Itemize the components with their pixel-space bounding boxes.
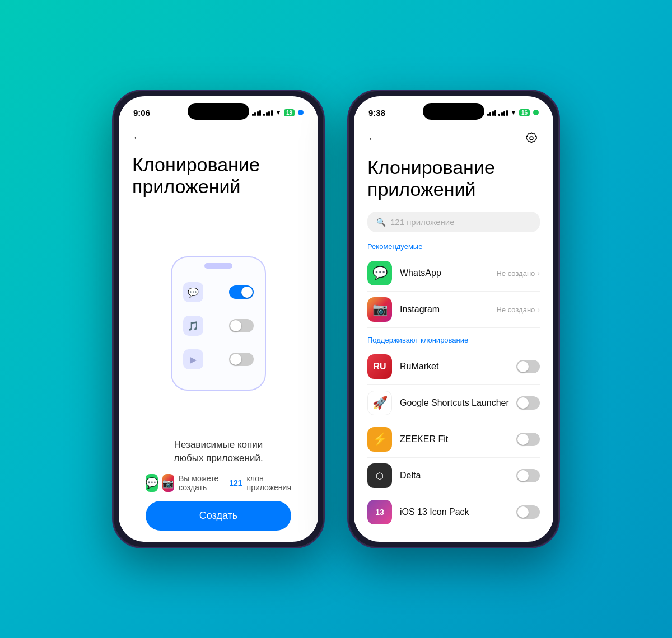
create-button[interactable]: Создать [146, 501, 291, 531]
rumarket-app-icon: RU [367, 354, 392, 379]
list-item-gsl[interactable]: 🚀 Google Shortcuts Launcher [367, 385, 540, 421]
left-phone: 9:06 ▼ 19 ← [112, 90, 325, 548]
whatsapp-app-icon: 💬 [367, 261, 392, 285]
subtitle-text: Независимые копиилюбых приложений. [146, 438, 291, 465]
bottom-instagram-icon: 📷 [162, 474, 174, 492]
signal2-right [498, 109, 508, 116]
whatsapp-app-name: WhatsApp [400, 268, 496, 278]
instagram-chevron: › [537, 305, 540, 314]
section-label-recommended: Рекомендуемые [367, 242, 540, 251]
bottom-section-left: Независимые копиилюбых приложений. 💬 📷 В… [132, 438, 305, 542]
dynamic-island-right [423, 103, 484, 120]
section-label-cloning: Поддерживают клонирование [367, 336, 540, 344]
status-icons-left: ▼ 19 [252, 109, 304, 116]
gsl-app-icon: 🚀 [367, 391, 392, 415]
illus-music-icon: 🎵 [183, 316, 203, 336]
illus-play-icon: ▶ [183, 349, 203, 369]
delta-app-name: Delta [400, 471, 516, 481]
phone-illustration: 💬 🎵 ▶ [132, 209, 305, 438]
battery-left: 19 [284, 109, 295, 116]
zeeker-toggle[interactable] [516, 433, 540, 446]
rumarket-app-name: RuMarket [400, 362, 516, 372]
status-dot-right [533, 110, 539, 115]
wifi-left: ▼ [275, 109, 282, 116]
battery-right: 16 [519, 109, 530, 116]
whatsapp-chevron: › [537, 269, 540, 278]
whatsapp-status: Не создано [496, 269, 535, 278]
status-dot-left [298, 110, 304, 115]
illus-row-1: 💬 [183, 282, 254, 302]
gsl-app-name: Google Shortcuts Launcher [400, 398, 516, 408]
back-button-right[interactable]: ← [367, 132, 379, 145]
instagram-app-name: Instagram [400, 304, 496, 315]
settings-icon[interactable] [523, 130, 540, 147]
instagram-status: Не создано [496, 306, 535, 314]
rumarket-toggle[interactable] [516, 360, 540, 373]
illus-row-2: 🎵 [183, 316, 254, 336]
ios13-app-name: iOS 13 Icon Pack [400, 507, 516, 517]
toggle-play[interactable] [229, 353, 254, 366]
search-placeholder: 121 приложение [390, 217, 455, 227]
wifi-right: ▼ [510, 109, 517, 116]
delta-app-icon: ⬡ [367, 463, 392, 488]
ios13-toggle[interactable] [516, 505, 540, 519]
illus-row-3: ▶ [183, 349, 254, 369]
toggle-music[interactable] [229, 319, 254, 332]
page-title-left: Клонированиеприложений [132, 154, 305, 198]
signal2-left [263, 109, 273, 116]
instagram-app-icon: 📷 [367, 297, 392, 322]
toggle-chat[interactable] [229, 285, 254, 299]
list-item-instagram[interactable]: 📷 Instagram Не создано › [367, 292, 540, 328]
search-icon: 🔍 [376, 218, 386, 227]
list-item-whatsapp[interactable]: 💬 WhatsApp Не создано › [367, 255, 540, 292]
list-item-delta[interactable]: ⬡ Delta [367, 458, 540, 494]
signal-left [252, 109, 262, 116]
dynamic-island-left [188, 103, 249, 120]
bottom-apps: 💬 📷 Вы можете создать 121 клон приложени… [146, 474, 291, 492]
illus-chat-icon: 💬 [183, 282, 203, 302]
list-item-zeeker[interactable]: ⚡ ZEEKER Fit [367, 421, 540, 458]
zeeker-app-name: ZEEKER Fit [400, 434, 516, 444]
right-phone: 9:38 ▼ 16 [347, 90, 560, 548]
svg-point-0 [530, 137, 533, 140]
time-left: 9:06 [133, 108, 150, 118]
bottom-text-prefix: Вы можете создать [179, 474, 225, 492]
gsl-toggle[interactable] [516, 396, 540, 410]
ios13-app-icon: 13 [367, 500, 392, 524]
delta-toggle[interactable] [516, 469, 540, 482]
bottom-text-suffix: клон приложения [247, 474, 291, 492]
bottom-whatsapp-icon: 💬 [146, 474, 158, 492]
bottom-count: 121 [229, 478, 242, 487]
search-bar[interactable]: 🔍 121 приложение [367, 212, 540, 232]
left-screen-content: ← Клонированиеприложений 💬 🎵 [119, 124, 318, 542]
back-button-left[interactable]: ← [132, 124, 305, 148]
time-right: 9:38 [368, 108, 385, 118]
illus-notch [204, 263, 232, 269]
right-screen-content: ← Клонированиеприложений 🔍 121 приложени… [354, 124, 553, 542]
illustration-shell: 💬 🎵 ▶ [171, 256, 266, 391]
right-nav: ← [367, 124, 540, 151]
list-item-ios13[interactable]: 13 iOS 13 Icon Pack [367, 494, 540, 530]
page-title-right: Клонированиеприложений [367, 157, 540, 200]
status-icons-right: ▼ 16 [487, 109, 539, 116]
zeeker-app-icon: ⚡ [367, 427, 392, 452]
list-item-rumarket[interactable]: RU RuMarket [367, 349, 540, 385]
signal-right [487, 109, 497, 116]
